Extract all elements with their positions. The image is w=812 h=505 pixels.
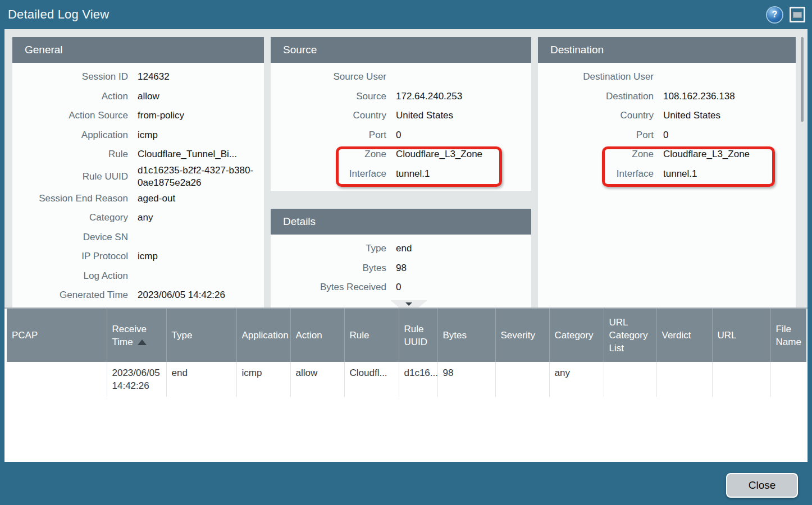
column-header[interactable]: File Name — [770, 309, 806, 362]
field-label: Session ID — [12, 71, 128, 82]
field-label: IP Protocol — [12, 251, 128, 262]
field-label: Country — [538, 110, 654, 121]
field-value: 2023/06/05 14:42:26 — [138, 289, 259, 301]
field-value: 124632 — [138, 71, 259, 83]
sort-asc-icon — [138, 339, 147, 345]
field-label: Session End Reason — [12, 193, 128, 204]
field-value: d1c16235-b2f2-4327-b380-0ae1875e2a26 — [138, 164, 259, 189]
log-table-cell — [604, 362, 656, 397]
log-table-cell: d1c16... — [399, 362, 437, 397]
column-header-label: Bytes — [443, 330, 467, 341]
log-table-section: PCAP Receive Time Type Application — [4, 307, 808, 462]
column-header-label: Rule — [350, 330, 369, 341]
log-table-cell — [770, 362, 806, 397]
panels-scrollbar-thumb[interactable] — [801, 37, 804, 122]
column-header[interactable]: Verdict — [656, 309, 712, 362]
column-header[interactable]: Rule UUID — [399, 309, 437, 362]
field-row: IP Protocol icmp — [12, 247, 259, 267]
field-row: Bytes Received 0 — [271, 278, 527, 297]
field-label: Action Source — [12, 110, 128, 121]
field-row: Type end — [271, 239, 527, 259]
log-table-cell: 98 — [437, 362, 495, 397]
column-header[interactable]: Bytes — [437, 309, 495, 362]
field-label: Destination User — [538, 71, 654, 82]
field-row: Zone Cloudflare_L3_Zone — [538, 145, 791, 164]
field-value: 0 — [396, 281, 527, 293]
log-table-cell — [7, 362, 107, 397]
field-label: Country — [271, 110, 386, 121]
field-label: Type — [271, 243, 386, 254]
log-table-row[interactable]: 2023/06/05 14:42:26 end icmp allow Cloud… — [7, 362, 806, 397]
field-row: Destination User — [538, 67, 791, 87]
field-row: Port 0 — [271, 126, 527, 145]
field-label: Action — [12, 91, 128, 102]
column-header[interactable]: Severity — [495, 309, 549, 362]
column-header[interactable]: Rule — [344, 309, 399, 362]
field-value: from-policy — [138, 109, 259, 122]
field-row: Bytes 98 — [271, 259, 527, 278]
field-row: Interface tunnel.1 — [271, 164, 527, 184]
column-header[interactable]: Application — [236, 309, 290, 362]
general-panel: General Session ID 124632 Action allow — [12, 37, 264, 307]
field-row: Destination 108.162.236.138 — [538, 87, 791, 107]
destination-panel: Destination Destination User Destination… — [538, 37, 796, 307]
field-value: Cloudflare_L3_Zone — [663, 148, 791, 160]
field-label: Bytes Received — [271, 282, 386, 293]
column-header[interactable]: Category — [549, 309, 604, 362]
column-header-label: Type — [172, 330, 193, 341]
details-panel-fields: Type end Bytes 98 Bytes Received 0 — [271, 235, 531, 302]
field-value: United States — [663, 109, 791, 122]
field-value: 98 — [396, 262, 527, 274]
column-header-label: Action — [296, 330, 322, 341]
dialog-content: General Session ID 124632 Action allow — [4, 29, 808, 462]
general-panel-header: General — [12, 37, 264, 63]
field-label: Port — [538, 130, 654, 141]
titlebar-icons: ? — [767, 7, 805, 22]
close-button[interactable]: Close — [726, 473, 798, 498]
field-row: Port 0 — [538, 126, 791, 145]
details-panel: Details Type end Bytes 98 — [271, 209, 531, 307]
log-table-cell: allow — [290, 362, 344, 397]
field-label: Destination — [538, 91, 654, 102]
log-table-cell: 2023/06/05 14:42:26 — [107, 362, 166, 397]
field-value: 0 — [396, 129, 527, 141]
column-header[interactable]: URL Category List — [604, 309, 656, 362]
field-row: Session ID 124632 — [12, 67, 259, 87]
field-value: 172.64.240.253 — [396, 90, 527, 103]
column-header[interactable]: PCAP — [7, 309, 107, 362]
source-panel-fields: Source User Source 172.64.240.253 Countr… — [271, 63, 531, 188]
field-label: Rule — [12, 149, 128, 160]
field-value: allow — [138, 90, 259, 103]
field-row: Application icmp — [12, 126, 259, 145]
destination-panel-header: Destination — [538, 37, 796, 63]
field-value: United States — [396, 109, 527, 122]
log-table-cell — [656, 362, 712, 397]
column-header-label: URL Category List — [609, 317, 648, 354]
dialog-titlebar: Detailed Log View ? — [0, 0, 812, 29]
field-label: Interface — [271, 168, 386, 180]
field-label: Application — [12, 130, 128, 141]
window-restore-icon-bar — [793, 12, 802, 18]
column-header[interactable]: Type — [166, 309, 236, 362]
log-table-cell: Cloudfl... — [344, 362, 399, 397]
column-header[interactable]: URL — [712, 309, 770, 362]
log-table-header-row: PCAP Receive Time Type Application — [7, 309, 806, 362]
field-row: Interface tunnel.1 — [538, 164, 791, 184]
destination-panel-fields: Destination User Destination 108.162.236… — [538, 63, 796, 188]
field-label: Device SN — [12, 232, 128, 243]
dialog-title: Detailed Log View — [8, 7, 109, 22]
field-row: Rule Cloudflare_Tunnel_Bi... — [12, 145, 259, 164]
field-value: tunnel.1 — [396, 168, 527, 180]
column-header[interactable]: Action — [290, 309, 344, 362]
help-icon[interactable]: ? — [767, 7, 782, 22]
field-label: Rule UUID — [12, 171, 128, 182]
column-header[interactable]: Receive Time — [107, 309, 166, 362]
window-restore-icon[interactable] — [790, 7, 805, 22]
column-header-label: PCAP — [12, 330, 38, 341]
field-row: Rule UUID d1c16235-b2f2-4327-b380-0ae187… — [12, 164, 259, 189]
log-table-cell: any — [549, 362, 604, 397]
field-row: Source 172.64.240.253 — [271, 87, 527, 107]
field-label: Port — [271, 130, 386, 141]
field-row: Category any — [12, 208, 259, 228]
general-panel-fields: Session ID 124632 Action allow Action So… — [12, 63, 264, 307]
